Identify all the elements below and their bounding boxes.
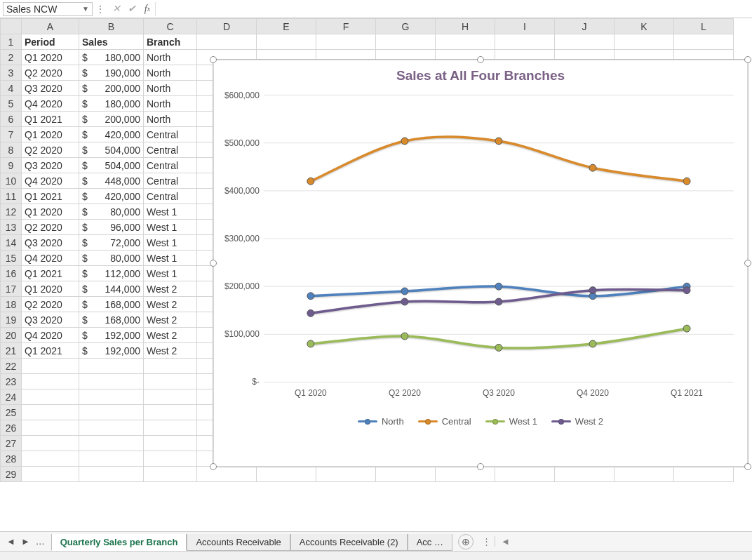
cell-A26[interactable] <box>22 420 79 436</box>
col-header-E[interactable]: E <box>257 19 316 34</box>
cell-B18[interactable]: $168,000 <box>79 297 144 312</box>
cell-A16[interactable]: Q1 2021 <box>22 266 79 281</box>
cell-C6[interactable]: North <box>144 112 197 127</box>
insert-function-icon[interactable]: fx <box>140 2 155 16</box>
cell-C23[interactable] <box>144 374 197 389</box>
row-header-18[interactable]: 18 <box>1 297 22 312</box>
cell-A9[interactable]: Q3 2020 <box>22 158 79 173</box>
chart-plot-area[interactable]: $- $100,000 $200,000 $300,000 $400,000 $… <box>213 88 748 411</box>
row-header-13[interactable]: 13 <box>1 220 22 235</box>
cell-B25[interactable] <box>79 405 144 420</box>
data-point[interactable] <box>495 344 502 351</box>
cell-J29[interactable] <box>555 467 615 482</box>
cell-A3[interactable]: Q2 2020 <box>22 65 79 81</box>
cell-B16[interactable]: $112,000 <box>79 266 144 281</box>
cell-K29[interactable] <box>615 467 674 482</box>
cell-A7[interactable]: Q1 2020 <box>22 127 79 142</box>
cell-C10[interactable]: Central <box>144 173 197 189</box>
legend-item-West 1[interactable]: West 1 <box>485 416 537 427</box>
row-header-25[interactable]: 25 <box>1 405 22 420</box>
cell-A19[interactable]: Q3 2020 <box>22 312 79 328</box>
cell-C8[interactable]: Central <box>144 142 197 158</box>
data-point[interactable] <box>495 138 502 145</box>
cell-B5[interactable]: $180,000 <box>79 96 144 112</box>
cell-F1[interactable] <box>316 34 376 50</box>
sheet-prev-icon[interactable]: ◄ <box>4 536 18 547</box>
row-header-22[interactable]: 22 <box>1 359 22 374</box>
row-header-5[interactable]: 5 <box>1 96 22 112</box>
resize-handle-tl[interactable] <box>210 56 217 63</box>
row-header-2[interactable]: 2 <box>1 50 22 65</box>
cell-C21[interactable]: West 2 <box>144 343 197 359</box>
cell-B9[interactable]: $504,000 <box>79 158 144 173</box>
col-header-L[interactable]: L <box>674 19 734 34</box>
cell-B4[interactable]: $200,000 <box>79 81 144 96</box>
cell-E1[interactable] <box>257 34 316 50</box>
resize-handle-bc[interactable] <box>477 463 484 470</box>
data-point[interactable] <box>683 325 690 332</box>
data-point[interactable] <box>307 309 314 316</box>
row-header-23[interactable]: 23 <box>1 374 22 389</box>
cell-K1[interactable] <box>615 34 674 50</box>
cell-A11[interactable]: Q1 2021 <box>22 189 79 204</box>
row-header-27[interactable]: 27 <box>1 436 22 451</box>
cell-B19[interactable]: $168,000 <box>79 312 144 328</box>
col-header-A[interactable]: A <box>22 19 79 34</box>
chart-title[interactable]: Sales at All Four Branches <box>213 60 748 88</box>
cell-E29[interactable] <box>257 467 316 482</box>
cell-A4[interactable]: Q3 2020 <box>22 81 79 96</box>
cell-B13[interactable]: $96,000 <box>79 220 144 235</box>
data-point[interactable] <box>307 293 314 300</box>
cell-C15[interactable]: West 1 <box>144 251 197 266</box>
data-point[interactable] <box>589 340 596 347</box>
cell-C1[interactable]: Branch <box>144 34 197 50</box>
data-point[interactable] <box>589 164 596 171</box>
resize-handle-tc[interactable] <box>477 56 484 63</box>
cell-B28[interactable] <box>79 451 144 467</box>
row-header-12[interactable]: 12 <box>1 204 22 220</box>
sheet-tab[interactable]: Quarterly Sales per Branch <box>51 534 187 551</box>
cell-A13[interactable]: Q2 2020 <box>22 220 79 235</box>
row-header-15[interactable]: 15 <box>1 251 22 266</box>
cell-B3[interactable]: $190,000 <box>79 65 144 81</box>
row-header-6[interactable]: 6 <box>1 112 22 127</box>
cell-I29[interactable] <box>495 467 555 482</box>
tab-split-icon[interactable]: ⋮ <box>479 536 495 547</box>
resize-handle-tr[interactable] <box>744 56 751 63</box>
chart-object[interactable]: Sales at All Four Branches $- $100,000 $… <box>213 59 748 467</box>
cell-A21[interactable]: Q1 2021 <box>22 343 79 359</box>
cell-C9[interactable]: Central <box>144 158 197 173</box>
cell-G29[interactable] <box>376 467 436 482</box>
cell-B10[interactable]: $448,000 <box>79 173 144 189</box>
row-header-7[interactable]: 7 <box>1 127 22 142</box>
cell-A8[interactable]: Q2 2020 <box>22 142 79 158</box>
legend-item-West 2[interactable]: West 2 <box>551 416 603 427</box>
col-header-H[interactable]: H <box>436 19 495 34</box>
cell-A29[interactable] <box>22 467 79 482</box>
sheet-more-icon[interactable]: … <box>34 536 47 547</box>
cell-B23[interactable] <box>79 374 144 389</box>
legend-item-North[interactable]: North <box>358 416 404 427</box>
cell-A2[interactable]: Q1 2020 <box>22 50 79 65</box>
row-header-14[interactable]: 14 <box>1 235 22 251</box>
cell-H1[interactable] <box>436 34 495 50</box>
cell-I1[interactable] <box>495 34 555 50</box>
cell-B14[interactable]: $72,000 <box>79 235 144 251</box>
cell-B27[interactable] <box>79 436 144 451</box>
cell-J1[interactable] <box>555 34 615 50</box>
row-header-8[interactable]: 8 <box>1 142 22 158</box>
data-point[interactable] <box>495 283 502 290</box>
row-header-20[interactable]: 20 <box>1 328 22 343</box>
data-point[interactable] <box>401 333 408 340</box>
row-header-9[interactable]: 9 <box>1 158 22 173</box>
cell-A27[interactable] <box>22 436 79 451</box>
cell-B2[interactable]: $180,000 <box>79 50 144 65</box>
worksheet-grid[interactable]: ABCDEFGHIJKL1PeriodSalesBranch2Q1 2020$1… <box>0 18 752 539</box>
data-point[interactable] <box>307 340 314 347</box>
row-header-16[interactable]: 16 <box>1 266 22 281</box>
row-header-29[interactable]: 29 <box>1 467 22 482</box>
col-header-B[interactable]: B <box>79 19 144 34</box>
sheet-tab[interactable]: Accounts Receivable (2) <box>290 534 408 551</box>
new-sheet-button[interactable]: ⊕ <box>458 534 474 549</box>
cell-C3[interactable]: North <box>144 65 197 81</box>
